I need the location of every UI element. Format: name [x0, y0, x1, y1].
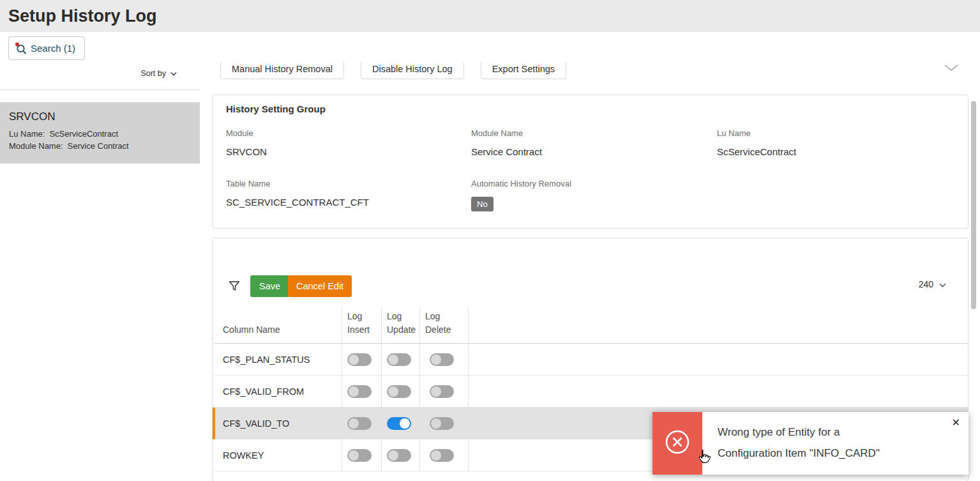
col-header-log-delete: Log Delete: [420, 307, 469, 343]
vertical-scrollbar-thumb[interactable]: [971, 101, 976, 309]
table-row[interactable]: CF$_PLAN_STATUS: [213, 344, 968, 376]
sort-row: Sort by: [0, 62, 200, 90]
field-value: SC_SERVICE_CONTRACT_CFT: [226, 197, 369, 208]
log-update-toggle[interactable]: [387, 385, 411, 398]
tab-label: Disable History Log: [372, 64, 453, 74]
column-name: CF$_PLAN_STATUS: [223, 355, 310, 365]
column-name: CF$_VALID_TO: [223, 418, 289, 429]
sort-by-dropdown[interactable]: Sort by: [140, 69, 177, 78]
field-value: ScServiceContract: [717, 146, 796, 157]
column-name: CF$_VALID_FROM: [223, 386, 304, 397]
sort-by-label: Sort by: [140, 69, 166, 78]
page-size-value: 240: [919, 279, 933, 289]
history-setting-group-card: History Setting Group Module SRVCON Modu…: [212, 95, 969, 229]
log-insert-toggle[interactable]: [347, 417, 372, 430]
column-name-cell: CF$_VALID_TO: [215, 408, 342, 439]
tab-disable-history-log[interactable]: Disable History Log: [361, 62, 464, 79]
log-update-toggle[interactable]: [387, 417, 411, 430]
search-row: Search (1): [0, 32, 980, 62]
sidebar-item-lu-name: Lu Name:ScServiceContract: [9, 129, 191, 139]
status-badge: No: [471, 197, 494, 211]
lu-name-value: ScServiceContract: [49, 129, 118, 139]
search-tab[interactable]: Search (1): [8, 36, 85, 60]
chevron-down-icon: [939, 279, 946, 289]
search-icon: [15, 42, 27, 55]
log-delete-toggle[interactable]: [430, 353, 454, 366]
sidebar-item-title: SRVCON: [9, 111, 191, 123]
module-name-label: Module Name:: [9, 141, 63, 151]
log-update-toggle[interactable]: [387, 449, 411, 462]
save-button[interactable]: Save: [250, 275, 289, 297]
field-module: Module SRVCON: [226, 128, 267, 157]
table-header-row: Column Name Log Insert Log Update Log De…: [213, 307, 968, 344]
col-header-filler: [469, 307, 968, 343]
error-icon-block: [652, 412, 702, 475]
field-lu-name: Lu Name ScServiceContract: [717, 128, 796, 157]
filter-icon[interactable]: [227, 279, 241, 293]
notification-dot: [15, 42, 19, 46]
row-filler: [469, 344, 968, 375]
column-name-cell: CF$_VALID_FROM: [215, 376, 342, 407]
sidebar-item-module-name: Module Name:Service Contract: [9, 141, 191, 151]
table-row[interactable]: CF$_VALID_FROM: [213, 376, 968, 408]
column-name-cell: CF$_PLAN_STATUS: [215, 344, 342, 375]
col-header-log-update: Log Update: [382, 307, 420, 343]
chevron-down-icon: [170, 69, 177, 78]
tab-manual-history-removal[interactable]: Manual History Removal: [220, 62, 344, 79]
log-insert-toggle[interactable]: [347, 353, 372, 366]
field-automatic-history-removal: Automatic History Removal No: [471, 179, 571, 211]
tab-label: Manual History Removal: [232, 64, 333, 74]
cancel-edit-button[interactable]: Cancel Edit: [288, 275, 352, 297]
field-table-name: Table Name SC_SERVICE_CONTRACT_CFT: [226, 179, 369, 208]
log-delete-toggle[interactable]: [430, 417, 454, 430]
collapse-chevron-icon[interactable]: [944, 63, 958, 74]
module-name-value: Service Contract: [68, 141, 129, 151]
tabs-row: Manual History Removal Disable History L…: [212, 62, 969, 79]
field-label: Lu Name: [717, 128, 796, 138]
field-label: Table Name: [226, 179, 369, 188]
field-module-name: Module Name Service Contract: [471, 128, 542, 157]
log-insert-toggle[interactable]: [347, 449, 372, 462]
log-delete-toggle[interactable]: [430, 449, 454, 462]
field-value: SRVCON: [226, 146, 267, 157]
row-filler: [469, 376, 968, 407]
page-size-dropdown[interactable]: 240: [919, 279, 946, 289]
tabs-inner: Manual History Removal Disable History L…: [220, 62, 566, 79]
field-value: Service Contract: [471, 146, 542, 157]
lu-name-label: Lu Name:: [9, 129, 45, 139]
toast-close-button[interactable]: ✕: [952, 418, 960, 428]
column-name-cell: ROWKEY: [215, 439, 342, 471]
tab-label: Export Settings: [492, 64, 555, 74]
log-insert-toggle[interactable]: [347, 385, 372, 398]
log-delete-toggle[interactable]: [430, 385, 454, 398]
error-toast: Wrong type of Entity for a Configuration…: [652, 412, 969, 475]
search-tab-label: Search (1): [31, 43, 75, 54]
field-label: Automatic History Removal: [471, 179, 571, 188]
log-update-toggle[interactable]: [387, 353, 411, 366]
col-header-column-name: Column Name: [215, 307, 342, 343]
error-circle-x-icon: [665, 429, 690, 457]
col-header-log-insert: Log Insert: [342, 307, 382, 343]
field-label: Module Name: [471, 128, 542, 138]
field-label: Module: [226, 128, 267, 138]
sidebar-item-srvcon[interactable]: SRVCON Lu Name:ScServiceContract Module …: [0, 102, 200, 164]
sidebar: Sort by SRVCON Lu Name:ScServiceContract…: [0, 62, 200, 481]
app-header: Setup History Log: [0, 0, 980, 32]
page-title: Setup History Log: [8, 6, 157, 26]
toast-message: Wrong type of Entity for a Configuration…: [702, 412, 926, 475]
tab-export-settings[interactable]: Export Settings: [481, 62, 566, 79]
column-name: ROWKEY: [223, 450, 264, 461]
card-title: History Setting Group: [226, 103, 326, 114]
